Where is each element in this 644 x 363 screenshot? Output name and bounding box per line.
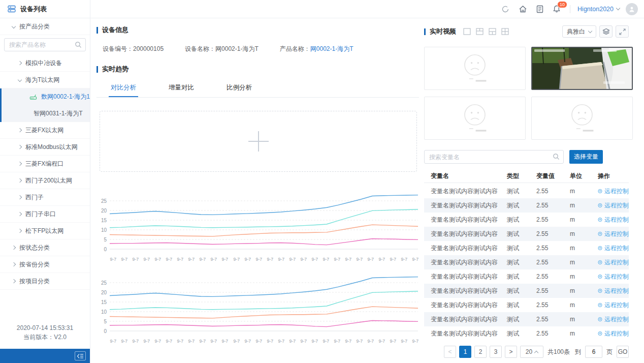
remote-control-link[interactable]: 远程控制 xyxy=(598,273,629,281)
column-header: 单位 xyxy=(563,172,595,180)
cell-unit: m xyxy=(563,330,595,337)
tab-2[interactable]: 增量对比 xyxy=(167,80,196,97)
sidebar-item-label: 松下FP以太网 xyxy=(25,227,63,235)
column-header: 操作 xyxy=(595,172,629,180)
top-bar: 10 Hignton2020 xyxy=(90,0,644,18)
remote-control-link[interactable]: 远程控制 xyxy=(598,187,629,196)
notification-badge: 10 xyxy=(557,1,567,8)
cell-value: 2.55 xyxy=(530,216,563,223)
sidebar-item-label: 模拟中冶设备 xyxy=(25,59,62,68)
cell-value: 2.55 xyxy=(530,245,563,252)
sidebar-item-12[interactable]: 松下FP以太网 xyxy=(0,223,90,239)
table-row: 变量名测试内容测试内容测试2.55m远程控制 xyxy=(424,284,629,298)
remote-control-link[interactable]: 远程控制 xyxy=(598,244,629,253)
x-tick-label: 9-7 xyxy=(311,256,318,261)
remote-control-link[interactable]: 远程控制 xyxy=(598,329,629,338)
x-tick-label: 9-7 xyxy=(267,256,273,261)
select-variable-button[interactable]: 选择变量 xyxy=(569,150,603,164)
layout-four-grid-icon[interactable] xyxy=(501,28,509,35)
sidebar-item-11[interactable]: 西门子串口 xyxy=(0,206,90,223)
sidebar-item-15[interactable]: 按项目分类 xyxy=(0,273,90,290)
sidebar-item-10[interactable]: 西门子 xyxy=(0,189,90,206)
avatar[interactable] xyxy=(626,3,638,15)
tab-1[interactable]: 对比分析 xyxy=(109,80,138,97)
document-button[interactable] xyxy=(536,5,543,13)
user-icon xyxy=(628,6,635,13)
add-chart-dropzone[interactable] xyxy=(100,111,417,172)
next-page-button[interactable]: > xyxy=(505,346,517,358)
cell-value: 2.55 xyxy=(530,259,563,266)
x-tick-label: 9-7 xyxy=(211,256,217,261)
video-slot-empty-1[interactable] xyxy=(424,47,526,90)
cell-unit: m xyxy=(563,230,595,237)
cell-variable-name: 变量名测试内容测试内容 xyxy=(424,258,500,267)
jump-page-input[interactable] xyxy=(585,346,602,358)
user-menu[interactable]: Hignton2020 xyxy=(577,6,620,13)
tab-3[interactable]: 比例分析 xyxy=(224,80,254,97)
x-tick-label: 9-7 xyxy=(412,256,419,261)
chevron-down-icon xyxy=(588,28,592,33)
layers-button[interactable] xyxy=(599,25,613,38)
home-button[interactable] xyxy=(519,5,527,13)
table-row: 变量名测试内容测试内容测试2.55m远程控制 xyxy=(424,326,629,341)
theme-select[interactable]: 典雅白 xyxy=(562,25,596,38)
sidebar-item-label: 海为T以太网 xyxy=(25,76,59,84)
sidebar-item-1[interactable]: 按产品分类 xyxy=(0,18,90,35)
notifications-button[interactable]: 10 xyxy=(553,5,561,13)
column-header: 变量值 xyxy=(530,172,563,180)
device-list-icon xyxy=(7,5,16,13)
page-button-2[interactable]: 2 xyxy=(474,346,487,358)
sidebar-item-label: 西门子 xyxy=(25,193,44,202)
video-layout-switcher xyxy=(463,28,509,35)
x-axis-labels: 9-79-79-79-79-79-79-79-79-79-79-79-79-79… xyxy=(96,338,419,344)
chevron-right-icon xyxy=(18,162,22,166)
layout-three-pane-icon[interactable] xyxy=(489,28,496,35)
x-tick-label: 9-7 xyxy=(144,256,150,261)
sidebar-item-6[interactable]: 三菱FX以太网 xyxy=(0,122,90,139)
remote-control-link[interactable]: 远程控制 xyxy=(598,230,629,238)
remote-control-link[interactable]: 远程控制 xyxy=(598,301,629,310)
sidebar-item-5[interactable]: 智网0031-1-海为T xyxy=(2,105,90,122)
sidebar-item-3[interactable]: 海为T以太网 xyxy=(0,72,90,88)
sidebar-item-7[interactable]: 标准Modbus以太网 xyxy=(0,139,90,156)
page-button-1[interactable]: 1 xyxy=(459,346,471,358)
device-info-value[interactable]: 网0002-1-海为T xyxy=(310,45,353,52)
collapse-sidebar-button[interactable] xyxy=(75,351,86,360)
remote-control-link[interactable]: 远程控制 xyxy=(598,315,629,324)
remote-control-icon xyxy=(598,302,602,308)
trend-chart-2: 05101520259-79-79-79-79-79-79-79-79-79-7… xyxy=(96,270,419,344)
page-unit-label: 页 xyxy=(606,348,613,356)
sidebar-item-4[interactable]: 数网0002-1-海为1 xyxy=(2,88,90,105)
table-row: 变量名测试内容测试内容测试2.55m远程控制 xyxy=(424,255,629,269)
sidebar-item-8[interactable]: 三菱FX编程口 xyxy=(0,156,90,172)
video-slot-camera[interactable] xyxy=(531,47,633,90)
sidebar-item-9[interactable]: 西门子200以太网 xyxy=(0,172,90,189)
layout-single-icon[interactable] xyxy=(463,28,471,35)
remote-control-link[interactable]: 远程控制 xyxy=(598,201,629,210)
layout-two-pane-icon[interactable] xyxy=(476,28,484,35)
go-button[interactable]: GO xyxy=(617,346,629,358)
sidebar-item-14[interactable]: 按省份分类 xyxy=(0,256,90,273)
page-size-select[interactable]: 20 xyxy=(520,346,543,358)
chevron-right-icon xyxy=(18,128,22,132)
sidebar-item-2[interactable]: 模拟中冶设备 xyxy=(0,55,90,72)
remote-control-link[interactable]: 远程控制 xyxy=(598,258,629,267)
remote-control-link[interactable]: 远程控制 xyxy=(598,216,629,224)
video-slot-empty-4[interactable] xyxy=(531,97,633,140)
device-icon xyxy=(29,94,37,100)
product-search-input[interactable] xyxy=(4,38,86,51)
fullscreen-button[interactable] xyxy=(616,25,629,38)
cell-type: 测试 xyxy=(500,244,530,253)
center-column: 设备信息 设备编号：200000105设备名称：网0002-1-海为T产品名称：… xyxy=(90,18,424,363)
cell-type: 测试 xyxy=(500,273,530,281)
remote-control-label: 远程控制 xyxy=(604,187,629,196)
variable-search-input[interactable] xyxy=(424,150,564,164)
page-button-3[interactable]: 3 xyxy=(490,346,502,358)
cell-value: 2.55 xyxy=(530,287,563,294)
refresh-button[interactable] xyxy=(501,5,509,13)
prev-page-button[interactable]: < xyxy=(444,346,456,358)
remote-control-link[interactable]: 远程控制 xyxy=(598,287,629,295)
sidebar-item-13[interactable]: 按状态分类 xyxy=(0,239,90,256)
video-slot-empty-3[interactable] xyxy=(424,97,526,140)
sidebar-item-label: 西门子串口 xyxy=(25,210,56,219)
